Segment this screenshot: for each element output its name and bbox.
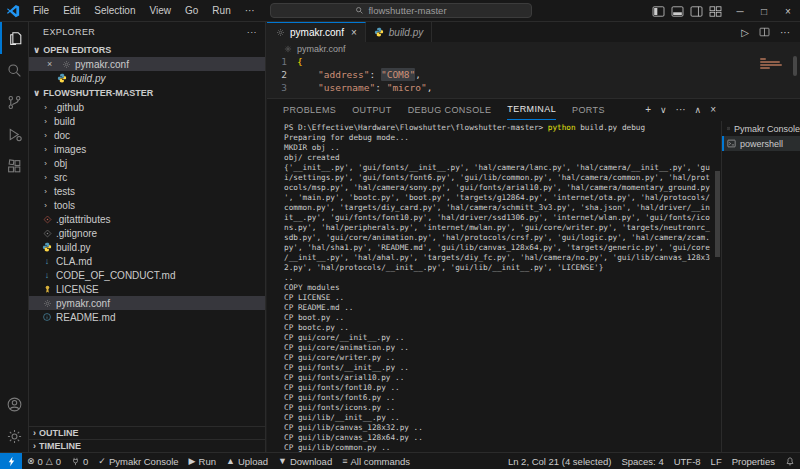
encoding[interactable]: UTF-8 <box>669 453 706 469</box>
run-status-button[interactable]: ▶ Run <box>184 453 221 469</box>
explorer-icon[interactable] <box>0 22 29 54</box>
gear-file-icon <box>283 44 293 54</box>
file-cla-md[interactable]: ↓ CLA.md <box>29 254 265 268</box>
file-code-of-conduct-md[interactable]: ↓ CODE_OF_CONDUCT.md <box>29 268 265 282</box>
close-window-button[interactable]: × <box>776 6 800 17</box>
terminal-item-pymakr-console[interactable]: Pymakr Console <box>722 121 800 136</box>
problems-status[interactable]: ⊗0 △0 <box>22 453 66 469</box>
run-debug-icon[interactable] <box>0 118 29 150</box>
menu-file[interactable]: File <box>26 2 56 20</box>
breadcrumb-item[interactable]: pymakr.conf <box>297 44 346 54</box>
timeline-section[interactable]: › TIMELINE <box>29 439 265 452</box>
minimize-button[interactable]: ─ <box>728 6 752 17</box>
tab-ports[interactable]: PORTS <box>572 99 605 120</box>
menu-selection[interactable]: Selection <box>87 2 142 20</box>
terminal-line: CP LICENSE .. <box>284 293 721 303</box>
terminal-scrollbar[interactable] <box>715 171 720 257</box>
tree-folder[interactable]: ›doc <box>29 128 265 142</box>
menu-edit[interactable]: Edit <box>56 2 87 20</box>
tab-label: pymakr.conf <box>290 27 344 38</box>
workspace-root-section[interactable]: ∨ FLOWSHUTTER-MASTER <box>29 85 265 100</box>
menu-overflow[interactable]: ··· <box>238 2 262 20</box>
terminal-line: CP gui/core/animation.py .. <box>284 343 721 353</box>
close-editor-icon[interactable]: × <box>47 59 57 69</box>
file-pymakr-conf[interactable]: pymakr.conf <box>29 296 265 310</box>
tab-build-py[interactable]: build.py <box>366 22 432 42</box>
search-sidebar-icon[interactable] <box>0 54 29 86</box>
tree-folder[interactable]: ›images <box>29 142 265 156</box>
tab-output[interactable]: OUTPUT <box>352 99 391 120</box>
all-commands-button[interactable]: ≡ All commands <box>337 453 415 469</box>
terminal-line: Preparing for debug mode... <box>284 133 721 143</box>
tree-folder[interactable]: ›obj <box>29 156 265 170</box>
terminal-line: COPY modules <box>284 283 721 293</box>
minimap[interactable] <box>760 57 784 70</box>
eol[interactable]: LF <box>706 453 727 469</box>
menu-view[interactable]: View <box>143 2 179 20</box>
extensions-icon[interactable] <box>0 150 29 182</box>
editor-actions-icon[interactable]: ··· <box>780 27 790 38</box>
terminal-line: CP README.md .. <box>284 303 721 313</box>
file-gitignore[interactable]: .gitignore <box>29 226 265 240</box>
tree-folder[interactable]: ›.github <box>29 100 265 114</box>
new-terminal-icon[interactable]: + <box>645 104 651 115</box>
maximize-panel-icon[interactable]: ∧ <box>695 105 702 115</box>
notifications-bell[interactable] <box>780 453 800 469</box>
maximize-button[interactable]: □ <box>752 6 776 17</box>
customize-layout-icon[interactable] <box>709 6 722 17</box>
terminal-output[interactable]: PS D:\Effective\Hardware\Flowshutter\flo… <box>267 121 721 452</box>
tab-debug-console[interactable]: DEBUG CONSOLE <box>408 99 492 120</box>
editor-scrollbar[interactable] <box>793 56 797 76</box>
outline-section[interactable]: › OUTLINE <box>29 426 265 439</box>
tab-pymakr-conf[interactable]: pymakr.conf × <box>267 22 366 42</box>
tree-folder[interactable]: ›tests <box>29 184 265 198</box>
toggle-panel-icon[interactable] <box>671 6 684 17</box>
open-editor-build-py[interactable]: build.py <box>29 71 265 85</box>
ports-status[interactable]: 0 <box>66 453 93 469</box>
tree-folder[interactable]: ›src <box>29 170 265 184</box>
run-file-icon[interactable]: ▷ <box>741 27 749 38</box>
terminal-dropdown-icon[interactable]: ∨ <box>660 105 667 115</box>
menu-run[interactable]: Run <box>205 2 237 20</box>
command-center-search[interactable]: flowshutter-master <box>270 3 532 18</box>
open-editor-pymakr-conf[interactable]: × pymakr.conf <box>29 57 265 71</box>
indentation[interactable]: Spaces: 4 <box>616 453 668 469</box>
cursor-position[interactable]: Ln 2, Col 21 (4 selected) <box>503 453 617 469</box>
code-editor[interactable]: 1{ 2"address": "COM8", 3"username": "mic… <box>267 55 800 98</box>
open-editors-section[interactable]: ∨ OPEN EDITORS <box>29 42 265 57</box>
explorer-actions-icon[interactable]: ··· <box>247 27 257 37</box>
download-status-button[interactable]: ▼ Download <box>273 453 337 469</box>
tab-terminal[interactable]: TERMINAL <box>507 99 556 120</box>
plug-icon <box>71 456 80 467</box>
toggle-sidebar-icon[interactable] <box>652 6 665 17</box>
close-tab-icon[interactable]: × <box>351 27 357 38</box>
python-file-icon <box>57 73 67 83</box>
file-gitattributes[interactable]: .gitattributes <box>29 212 265 226</box>
source-control-icon[interactable] <box>0 86 29 118</box>
account-icon[interactable] <box>0 388 29 420</box>
language-mode[interactable]: Properties <box>727 453 780 469</box>
close-panel-icon[interactable]: × <box>710 104 716 115</box>
menu-go[interactable]: Go <box>178 2 205 20</box>
file-license[interactable]: LICENSE <box>29 282 265 296</box>
split-editor-icon[interactable] <box>759 27 770 37</box>
gear-file-icon <box>275 28 285 38</box>
panel-tab-bar: PROBLEMS OUTPUT DEBUG CONSOLE TERMINAL P… <box>267 99 800 120</box>
terminal-item-powershell[interactable]: powershell <box>722 136 800 151</box>
git-file-icon <box>42 214 52 224</box>
terminal-line: {'__init__.py', 'gui/fonts/__init__.py',… <box>284 163 721 173</box>
tree-folder[interactable]: ›build <box>29 114 265 128</box>
toggle-secondary-sidebar-icon[interactable] <box>690 6 703 17</box>
pymakr-console-status[interactable]: ✓ Pymakr Console <box>93 453 183 469</box>
terminal-line: ', 'main.py', 'bootc.py', 'boot.py', 'ta… <box>284 193 721 203</box>
file-build-py[interactable]: build.py <box>29 240 265 254</box>
settings-gear-icon[interactable] <box>0 420 29 452</box>
chevron-right-icon: › <box>41 201 50 210</box>
panel-more-icon[interactable]: ··· <box>676 104 686 115</box>
tab-problems[interactable]: PROBLEMS <box>283 99 336 120</box>
upload-status-button[interactable]: ▲ Upload <box>221 453 273 469</box>
remote-indicator[interactable] <box>0 453 22 469</box>
tree-folder[interactable]: ›tools <box>29 198 265 212</box>
breadcrumb[interactable]: pymakr.conf <box>267 42 800 55</box>
file-readme-md[interactable]: README.md <box>29 310 265 324</box>
